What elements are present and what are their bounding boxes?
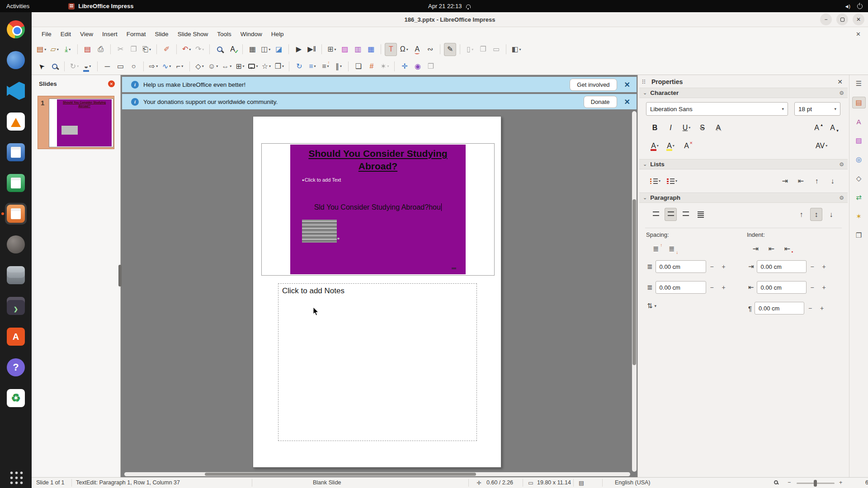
underline-button[interactable]: U▾ bbox=[680, 121, 693, 134]
indent-first-increase-button[interactable]: + bbox=[816, 302, 828, 314]
menu-edit[interactable]: Edit bbox=[56, 29, 75, 39]
underline-dropdown-icon[interactable]: ▾ bbox=[689, 126, 690, 130]
infobar-close-icon[interactable]: ✕ bbox=[624, 80, 630, 89]
flowchart-button[interactable]: ⊞▾ bbox=[234, 60, 246, 73]
master-slide-button[interactable]: ◪ bbox=[273, 43, 285, 56]
spacing-below-input[interactable]: 0.00 cm bbox=[656, 281, 706, 294]
status-slide-layout[interactable]: Blank Slide bbox=[313, 479, 341, 486]
dock-gimp[interactable] bbox=[5, 234, 27, 255]
increase-font-size-button[interactable]: A bbox=[811, 121, 823, 134]
open-dropdown-icon[interactable]: ▾ bbox=[57, 47, 59, 52]
spelling-button[interactable]: A bbox=[226, 43, 239, 56]
font-size-combobox[interactable]: 18 pt ▾ bbox=[794, 102, 840, 116]
start-from-current-slide-button[interactable]: ▶‖ bbox=[306, 43, 318, 56]
align-justify-button[interactable] bbox=[694, 208, 707, 221]
dock-vlc[interactable] bbox=[5, 111, 27, 132]
power-icon[interactable] bbox=[857, 4, 863, 9]
3d-objects-dropdown-icon[interactable]: ▾ bbox=[282, 64, 284, 68]
dock-libreoffice-impress[interactable] bbox=[5, 203, 27, 225]
font-color-dropdown-icon[interactable]: ▾ bbox=[657, 144, 659, 148]
decrease-indent-button[interactable]: ⇤ bbox=[765, 242, 778, 255]
connectors-button[interactable]: ⌐▾ bbox=[174, 60, 186, 73]
character-spacing-dropdown-icon[interactable]: ▾ bbox=[826, 144, 827, 148]
align-objects-dropdown-icon[interactable]: ▾ bbox=[314, 64, 316, 68]
tab-shapes-button[interactable]: ◇ bbox=[852, 173, 866, 184]
insert-image-button[interactable]: ▨ bbox=[339, 43, 351, 56]
tab-slide-transition-button[interactable]: ⇄ bbox=[852, 192, 866, 203]
align-vcenter-button[interactable]: ↕ bbox=[810, 208, 822, 221]
status-zoom-level[interactable]: 69% bbox=[865, 479, 868, 486]
increase-indent-button[interactable]: ⇥ bbox=[750, 242, 762, 255]
slide-textbox-edit[interactable]: Sld You Consider Studying Abroad?hou bbox=[290, 203, 466, 211]
rotate-button[interactable]: ↻ bbox=[293, 60, 305, 73]
promote-button[interactable]: ⇤ bbox=[795, 174, 807, 188]
new-document-button[interactable]: ▤▾ bbox=[35, 43, 47, 56]
lists-options-icon[interactable]: ⚙ bbox=[839, 161, 844, 168]
notes-placeholder-box[interactable]: Click to add Notes bbox=[278, 284, 476, 441]
highlight-color-dropdown-icon[interactable]: ▾ bbox=[673, 144, 675, 148]
maximize-button[interactable] bbox=[836, 14, 848, 25]
slide-thumbnail[interactable]: 1 Should You Consider Studying Abroad? bbox=[38, 96, 114, 149]
clone-formatting-button[interactable]: ✐ bbox=[160, 43, 173, 56]
menu-help[interactable]: Help bbox=[267, 29, 288, 39]
dock-chrome[interactable] bbox=[5, 19, 27, 40]
indent-before-increase-button[interactable]: + bbox=[818, 261, 830, 272]
chevron-down-icon[interactable]: ▾ bbox=[782, 107, 784, 111]
flowchart-dropdown-icon[interactable]: ▾ bbox=[243, 64, 245, 68]
line-spacing-icon[interactable]: ⇅ bbox=[647, 302, 653, 310]
connectors-dropdown-icon[interactable]: ▾ bbox=[181, 64, 183, 68]
arrange-button[interactable]: ≡▾ bbox=[319, 60, 331, 73]
slide-preview-frame[interactable]: Should You Consider Studying Abroad? ●Cl… bbox=[261, 143, 495, 276]
spacing-below-increase-button[interactable]: + bbox=[718, 282, 730, 293]
decrease-paragraph-spacing-button[interactable]: ≣ bbox=[665, 242, 678, 255]
status-slide-info[interactable]: Slide 1 of 1 bbox=[36, 479, 65, 486]
section-character[interactable]: ⌄ Character ⚙ bbox=[639, 88, 848, 98]
spacing-above-decrease-button[interactable]: − bbox=[706, 261, 718, 272]
minimize-button[interactable]: − bbox=[820, 14, 832, 25]
sidebar-settings-button[interactable]: ☰ bbox=[852, 78, 866, 89]
shadow-text-button[interactable]: A bbox=[712, 121, 724, 134]
rectangle-button[interactable]: ▭ bbox=[114, 60, 127, 73]
fill-color-dropdown-icon[interactable]: ▾ bbox=[89, 64, 91, 68]
shadow-button[interactable]: ❏ bbox=[352, 60, 364, 73]
zoom-slider-thumb[interactable] bbox=[814, 480, 817, 487]
activities-button[interactable]: Activities bbox=[6, 3, 29, 9]
distribute-button[interactable]: ∥▾ bbox=[332, 60, 344, 73]
indent-after-input[interactable]: 0.00 cm bbox=[757, 281, 807, 294]
special-character-button[interactable]: Ω▾ bbox=[398, 43, 410, 56]
paste-button[interactable]: ⎗▾ bbox=[141, 43, 153, 56]
clear-formatting-button[interactable]: A bbox=[680, 139, 693, 152]
menu-insert[interactable]: Insert bbox=[98, 29, 122, 39]
slides-panel-close-icon[interactable]: ✕ bbox=[108, 80, 115, 87]
slide-layout-dropdown-icon[interactable]: ▾ bbox=[519, 47, 521, 52]
menu-file[interactable]: File bbox=[37, 29, 56, 39]
tab-properties-button[interactable]: ▤ bbox=[852, 97, 866, 108]
curves-and-polygons-button[interactable]: ∿▾ bbox=[160, 60, 173, 73]
paragraph-options-icon[interactable]: ⚙ bbox=[839, 195, 844, 201]
volume-icon[interactable]: ◄) bbox=[844, 4, 850, 9]
callouts-button[interactable]: ▾ bbox=[247, 60, 259, 73]
dock-ubuntu-software[interactable]: A bbox=[5, 326, 27, 347]
vertical-scrollbar[interactable] bbox=[632, 111, 637, 472]
align-left-button[interactable] bbox=[650, 208, 662, 221]
document-modified-icon[interactable]: ▤ bbox=[579, 479, 584, 486]
basic-shapes-dropdown-icon[interactable]: ▾ bbox=[202, 64, 204, 68]
menu-window[interactable]: Window bbox=[236, 29, 267, 39]
spacing-above-increase-button[interactable]: + bbox=[718, 261, 730, 272]
paste-dropdown-icon[interactable]: ▾ bbox=[149, 47, 151, 52]
indent-first-line-input[interactable]: 0.00 cm bbox=[755, 302, 804, 314]
move-up-button[interactable]: ↑ bbox=[811, 174, 823, 188]
undo-dropdown-icon[interactable]: ▾ bbox=[189, 47, 191, 52]
slide-background-shape[interactable]: Should You Consider Studying Abroad? ●Cl… bbox=[290, 145, 466, 274]
bold-button[interactable]: B bbox=[649, 121, 661, 134]
undo-button[interactable]: ↶▾ bbox=[180, 43, 193, 56]
snap-guides-dropdown-icon[interactable]: ▾ bbox=[269, 47, 270, 52]
menu-view[interactable]: View bbox=[75, 29, 98, 39]
insert-table-button[interactable]: ⊞▾ bbox=[326, 43, 338, 56]
open-button[interactable]: ▱▾ bbox=[48, 43, 61, 56]
fontwork-button[interactable]: A bbox=[411, 43, 423, 56]
zoom-out-button[interactable]: − bbox=[788, 479, 791, 486]
dock-libreoffice-calc[interactable] bbox=[5, 172, 27, 194]
tab-master-slides-button[interactable]: ❐ bbox=[852, 230, 866, 241]
get-involved-button[interactable]: Get involved bbox=[570, 79, 617, 91]
